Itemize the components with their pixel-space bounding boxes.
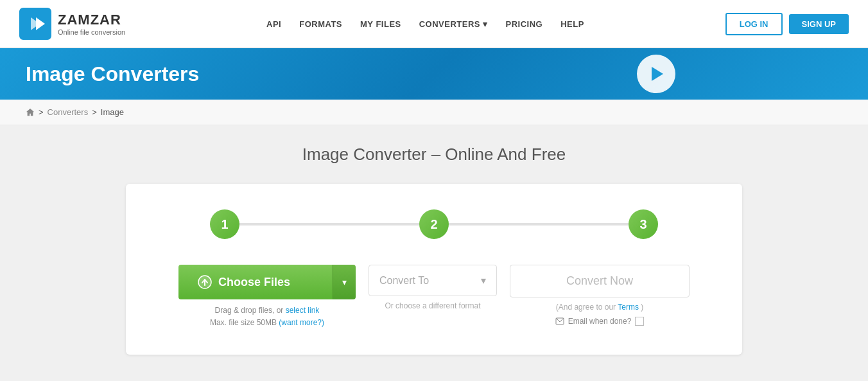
header: ZAMZAR Online file conversion API FORMAT… — [0, 0, 868, 48]
convert-now-terms: (And agree to our Terms ) — [510, 303, 690, 312]
convert-to-label: Convert To — [379, 275, 429, 287]
upload-icon — [198, 275, 212, 289]
step-2-circle: 2 — [419, 209, 449, 239]
hero-title: Image Converters — [26, 62, 199, 86]
convert-now-button[interactable]: Convert Now — [510, 265, 690, 297]
play-button-icon — [637, 55, 675, 93]
converter-card: 1 2 3 — [126, 184, 742, 355]
step-line-2 — [449, 223, 629, 226]
step-1-circle: 1 — [210, 209, 239, 239]
svg-marker-1 — [36, 17, 45, 30]
choose-files-button[interactable]: Choose Files — [178, 265, 333, 299]
step-line-1 — [239, 223, 419, 226]
nav-formats[interactable]: FORMATS — [299, 19, 342, 29]
chevron-down-icon: ▾ — [483, 19, 488, 29]
signup-button[interactable]: SIGN UP — [789, 14, 849, 34]
breadcrumb-converters[interactable]: Converters — [48, 107, 89, 117]
breadcrumb-separator: > — [39, 107, 44, 117]
convert-to-hint: Or choose a different format — [369, 301, 497, 310]
logo-area: ZAMZAR Online file conversion — [19, 8, 125, 40]
want-more-link[interactable]: (want more?) — [279, 318, 324, 327]
nav-my-files[interactable]: MY FILES — [360, 19, 401, 29]
home-icon — [26, 108, 35, 117]
nav-converters[interactable]: CONVERTERS ▾ — [419, 19, 488, 29]
main-content: Image Converter – Online And Free 1 2 3 — [0, 125, 868, 381]
terms-link[interactable]: Terms — [618, 303, 639, 312]
convert-to-chevron-icon: ▾ — [481, 274, 486, 287]
logo-tagline: Online file conversion — [58, 28, 125, 36]
header-buttons: LOG IN SIGN UP — [725, 13, 849, 35]
hero-banner: Image Converters — [0, 48, 868, 100]
dropdown-arrow-icon: ▾ — [342, 277, 347, 287]
breadcrumb-separator2: > — [92, 107, 97, 117]
breadcrumb-image: Image — [101, 107, 124, 117]
choose-files-dropdown-button[interactable]: ▾ — [333, 265, 356, 299]
select-link[interactable]: select link — [286, 306, 320, 315]
action-row: Choose Files ▾ Drag & drop files, or sel… — [152, 265, 716, 329]
convert-to-wrapper: Convert To ▾ Or choose a different forma… — [369, 265, 497, 310]
breadcrumb: > Converters > Image — [0, 100, 868, 125]
nav-pricing[interactable]: PRICING — [506, 19, 543, 29]
logo-icon — [19, 8, 51, 40]
choose-files-wrapper: Choose Files ▾ Drag & drop files, or sel… — [178, 265, 356, 329]
choose-files-btn-group: Choose Files ▾ — [178, 265, 356, 299]
nav-api[interactable]: API — [266, 19, 281, 29]
email-row: Email when done? — [510, 317, 690, 326]
login-button[interactable]: LOG IN — [725, 13, 783, 35]
email-icon — [555, 317, 564, 325]
step-3-circle: 3 — [629, 209, 658, 239]
convert-now-wrapper: Convert Now (And agree to our Terms ) Em… — [510, 265, 690, 326]
choose-files-label: Choose Files — [218, 276, 290, 289]
choose-files-hint: Drag & drop files, or select link Max. f… — [210, 305, 324, 329]
logo-name: ZAMZAR — [58, 12, 125, 28]
convert-to-select[interactable]: Convert To ▾ — [369, 265, 497, 296]
email-checkbox[interactable] — [635, 317, 644, 326]
page-title: Image Converter – Online And Free — [13, 145, 855, 164]
nav-help[interactable]: HELP — [560, 19, 584, 29]
steps-row: 1 2 3 — [152, 209, 716, 239]
logo-text: ZAMZAR Online file conversion — [58, 12, 125, 36]
main-nav: API FORMATS MY FILES CONVERTERS ▾ PRICIN… — [266, 19, 584, 29]
email-when-done-label: Email when done? — [568, 317, 632, 326]
